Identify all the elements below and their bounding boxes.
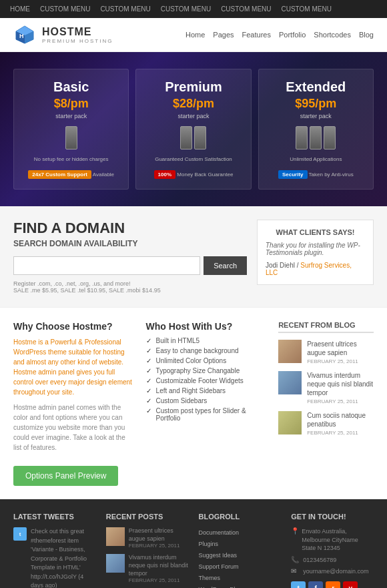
client-box: WHAT CLIENTS SAYS! Thank you for install… [257, 220, 374, 285]
nav-features[interactable]: Features [242, 31, 271, 39]
footer-post-title-1: Vivamus interdum neque quis nisl blandit… [129, 554, 189, 577]
blogroll-item-1: Plugins [199, 539, 282, 548]
blogroll-link-3[interactable]: Support Forum [199, 563, 239, 570]
logo: H HOSTME PREMIUM HOSTING [13, 25, 113, 45]
footer-post-date-0: FEBRUARY 25, 2011 [129, 543, 189, 549]
why-text-2: Hostme admin panel comes with the color … [13, 402, 133, 453]
plan-basic-starter: starter pack [21, 113, 121, 119]
footer-post-thumb-0 [106, 527, 125, 546]
location-icon: 📍 [291, 527, 299, 535]
topnav-item-4[interactable]: CUSTOM MENU [221, 5, 271, 13]
domain-sale-info: SALE .me $5.95, SALE .tel $10.95, SALE .… [13, 287, 247, 294]
blogroll-link-4[interactable]: Themes [199, 575, 221, 581]
blogroll-link-2[interactable]: Suggest Ideas [199, 552, 238, 559]
domain-info: Register .com, .co, .net, .org, .us, and… [13, 280, 247, 287]
blog-post-1[interactable]: Vivamus interdum neque quis nisl blandit… [278, 371, 374, 404]
plan-extended-price: $95/pm [266, 97, 366, 111]
logo-text-block: HOSTME PREMIUM HOSTING [42, 26, 113, 44]
server-unit [65, 126, 77, 150]
tweet-item-0: t Check out this great #themeforest item… [13, 527, 96, 588]
social-facebook-icon[interactable]: f [308, 581, 323, 588]
social-twitter-icon[interactable]: t [291, 581, 306, 588]
plan-premium-name: Premium [143, 79, 244, 95]
plan-basic-badge-row: 24x7 Custom Support Available [21, 168, 121, 179]
blogroll-item-0: Documentation [199, 527, 282, 537]
blogroll-link-0[interactable]: Documentation [199, 529, 240, 536]
plan-extended-badge-row: Security Taken by Anti-virus [266, 168, 366, 179]
client-testimonial: WHAT CLIENTS SAYS! Thank you for install… [257, 220, 374, 294]
client-title: WHAT CLIENTS SAYS! [266, 228, 365, 236]
blog-post-0[interactable]: Praesent ultrices augue sapien FEBRUARY … [278, 340, 374, 364]
logo-icon: H [13, 25, 37, 45]
server-unit-2 [194, 126, 206, 150]
topnav-home[interactable]: HOME [10, 5, 30, 13]
blog-content-1: Vivamus interdum neque quis nisl blandit… [307, 371, 374, 404]
footer-post-content-0: Praesent ultrices augue sapien FEBRUARY … [129, 527, 189, 549]
nav-home[interactable]: Home [185, 31, 205, 39]
footer-post-0[interactable]: Praesent ultrices augue sapien FEBRUARY … [106, 527, 189, 549]
contact-email-row: ✉ yourname@domain.com [291, 567, 374, 576]
plan-basic-servers [21, 126, 121, 150]
plan-premium-badge: 100% [154, 170, 175, 179]
domain-left: FIND A DOMAIN SEARCH DOMAIN AVAILABILITY… [13, 220, 247, 294]
blog-title-1: Vivamus interdum neque quis nisl blandit… [307, 371, 374, 397]
footer-recent-col: RECENT POSTS Praesent ultrices augue sap… [106, 513, 189, 588]
nav-portfolio[interactable]: Portfolio [279, 31, 306, 39]
nav-pages[interactable]: Pages [213, 31, 234, 39]
why-column: Why Choose Hostme? Hostme is a Powerful … [13, 321, 133, 486]
topnav-item-3[interactable]: CUSTOM MENU [161, 5, 211, 13]
blogroll-link-1[interactable]: Plugins [199, 541, 219, 547]
nav-blog[interactable]: Blog [359, 31, 374, 39]
footer-tweets-col: LATEST TWEETS t Check out this great #th… [13, 513, 96, 588]
client-attribution: Jodi Diehl / Surfrog Services, LLC [266, 262, 365, 276]
blogroll-item-4: Themes [199, 573, 282, 582]
tweet-text-0: Check out this great #themeforest item '… [31, 527, 96, 588]
options-panel-preview-button[interactable]: Options Panel Preview [13, 466, 118, 486]
phone-icon: 📞 [291, 556, 300, 563]
plan-premium-price: $28/pm [143, 97, 244, 111]
plan-basic-name: Basic [21, 79, 121, 95]
site-header: H HOSTME PREMIUM HOSTING Home Pages Feat… [0, 18, 387, 52]
domain-search-input[interactable] [13, 256, 200, 275]
server-unit-1 [180, 126, 192, 150]
blog-content-0: Praesent ultrices augue sapien FEBRUARY … [307, 340, 374, 364]
footer-blogroll-title: BLOGROLL [199, 513, 282, 521]
footer-post-date-1: FEBRUARY 25, 2011 [129, 577, 189, 583]
plan-extended-starter: starter pack [266, 113, 366, 119]
blog-post-2[interactable]: Cum sociis natoque penatibus FEBRUARY 25… [278, 411, 374, 436]
who-title: Who Host With Us? [146, 321, 266, 332]
feature-item-1: Easy to change background [146, 347, 266, 354]
topnav-item-2[interactable]: CUSTOM MENU [100, 5, 150, 13]
footer-main: LATEST TWEETS t Check out this great #th… [0, 499, 387, 588]
plan-extended-servers [266, 126, 366, 150]
social-youtube-icon[interactable]: y [343, 581, 358, 588]
feature-item-7: Custom post types for Slider & Portfolio [146, 407, 266, 422]
contact-email: yourname@domain.com [303, 567, 368, 576]
plan-premium-note: Guaranteed Custom Satisfaction [143, 156, 244, 162]
email-icon: ✉ [291, 567, 300, 575]
footer-recent-title: RECENT POSTS [106, 513, 189, 521]
plan-basic-price: $8/pm [21, 97, 121, 111]
feature-item-6: Custom Sidebars [146, 397, 266, 404]
domain-title: FIND A DOMAIN [13, 220, 247, 237]
blog-date-1: FEBRUARY 25, 2011 [307, 398, 374, 404]
footer-post-1[interactable]: Vivamus interdum neque quis nisl blandit… [106, 554, 189, 583]
blogroll-item-5: WordPress Blog [199, 584, 282, 588]
blogroll-item-3: Support Forum [199, 561, 282, 571]
social-rss-icon[interactable]: r [326, 581, 340, 588]
blog-column: RECENT FROM BLOG Praesent ultrices augue… [278, 321, 374, 486]
nav-shortcodes[interactable]: Shortcodes [314, 31, 351, 39]
domain-search-row: Search [13, 256, 247, 275]
contact-address-row: 📍 Envato Australia, Melbourne CityName S… [291, 527, 374, 553]
domain-section: FIND A DOMAIN SEARCH DOMAIN AVAILABILITY… [0, 206, 387, 307]
main-navigation: Home Pages Features Portfolio Shortcodes… [185, 31, 374, 39]
topnav-item-5[interactable]: CUSTOM MENU [282, 5, 332, 13]
plan-premium-badge-suffix: Money Back Guarantee [177, 172, 233, 178]
plans-section: Basic $8/pm starter pack No setup fee or… [0, 52, 387, 206]
feature-item-0: Built in HTML5 [146, 337, 266, 344]
blog-date-0: FEBRUARY 25, 2011 [307, 358, 374, 364]
topnav-item-1[interactable]: CUSTOM MENU [40, 5, 90, 13]
domain-search-button[interactable]: Search [204, 256, 247, 275]
plan-extended-badge-suffix: Taken by Anti-virus [309, 172, 354, 178]
logo-title: HOSTME [42, 26, 113, 38]
